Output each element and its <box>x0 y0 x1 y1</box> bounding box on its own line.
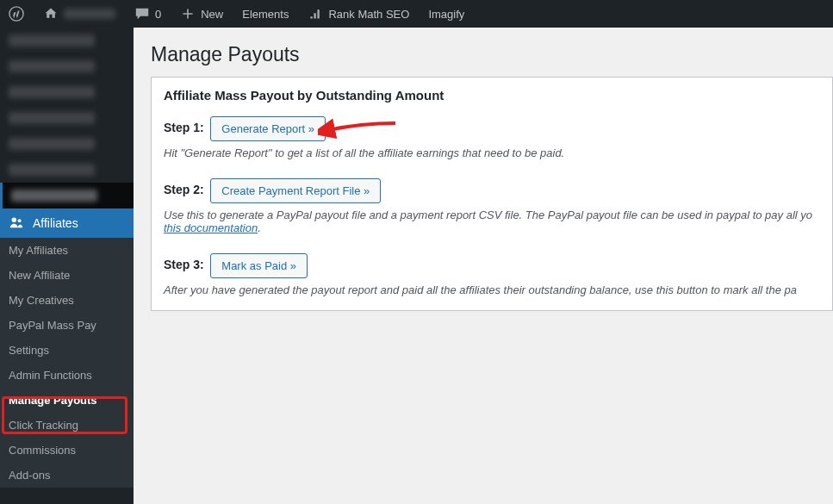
step1-hint: Hit "Generate Report" to get a list of a… <box>164 146 820 159</box>
sidebar-item-blurred[interactable] <box>0 183 134 208</box>
home-icon <box>43 6 59 22</box>
svg-point-2 <box>18 219 22 222</box>
panel-title: Affiliate Mass Payout by Outstanding Amo… <box>164 88 820 103</box>
sidebar-item-blurred[interactable] <box>0 105 134 131</box>
topbar-new[interactable]: New <box>177 0 227 28</box>
step3-label: Step 3: <box>164 258 204 271</box>
plus-icon <box>180 6 196 22</box>
admin-sidebar: Affiliates My AffiliatesNew AffiliateMy … <box>0 28 134 504</box>
sidebar-submenu: My AffiliatesNew AffiliateMy CreativesPa… <box>0 238 134 488</box>
sidebar-subitem-my-creatives[interactable]: My Creatives <box>0 288 134 313</box>
topbar-site[interactable] <box>40 0 119 28</box>
wordpress-icon <box>9 6 24 22</box>
sidebar-item-blurred[interactable] <box>0 131 134 157</box>
topbar-new-label: New <box>201 8 223 21</box>
sidebar-parent-label: Affiliates <box>33 216 78 230</box>
step2-hint: Use this to generate a PayPal payout fil… <box>164 208 820 234</box>
step3-hint: After you have generated the payout repo… <box>164 283 820 296</box>
generate-report-button[interactable]: Generate Report » <box>210 116 326 141</box>
sidebar-subitem-commissions[interactable]: Commissions <box>0 438 134 463</box>
sidebar-subitem-add-ons[interactable]: Add-ons <box>0 463 134 488</box>
sidebar-item-blurred[interactable] <box>0 53 134 79</box>
sidebar-subitem-new-affiliate[interactable]: New Affiliate <box>0 263 134 288</box>
sidebar-subitem-paypal-mass-pay[interactable]: PayPal Mass Pay <box>0 313 134 338</box>
step2-hint-suffix: . <box>258 221 261 234</box>
svg-point-1 <box>12 217 16 221</box>
comment-icon <box>134 6 150 22</box>
sidebar-item-blurred[interactable] <box>0 28 134 53</box>
sidebar-item-blurred[interactable] <box>0 79 134 105</box>
sidebar-subitem-click-tracking[interactable]: Click Tracking <box>0 413 134 438</box>
topbar-elements-label: Elements <box>242 8 289 21</box>
sidebar-subitem-manage-payouts[interactable]: Manage Payouts <box>0 388 134 413</box>
admin-topbar: 0 New Elements Rank Math SEO Imagify <box>0 0 833 28</box>
step2-hint-text: Use this to generate a PayPal payout fil… <box>164 208 812 221</box>
topbar-comments[interactable]: 0 <box>131 0 165 28</box>
sidebar-subitem-admin-functions[interactable]: Admin Functions <box>0 363 134 388</box>
users-icon <box>9 215 24 233</box>
mark-as-paid-button[interactable]: Mark as Paid » <box>210 253 308 278</box>
sidebar-subitem-my-affiliates[interactable]: My Affiliates <box>0 238 134 263</box>
page-title: Manage Payouts <box>151 36 833 77</box>
topbar-site-name-blurred <box>64 9 115 19</box>
create-payment-report-button[interactable]: Create Payment Report File » <box>210 178 381 203</box>
topbar-elements[interactable]: Elements <box>239 0 292 28</box>
payout-panel: Affiliate Mass Payout by Outstanding Amo… <box>151 77 833 311</box>
step2-label: Step 2: <box>164 183 204 196</box>
topbar-imagify-label: Imagify <box>428 8 464 21</box>
svg-point-0 <box>9 7 23 21</box>
doc-link[interactable]: this documentation <box>164 221 258 234</box>
content-area: Manage Payouts Affiliate Mass Payout by … <box>134 28 833 504</box>
sidebar-item-affiliates[interactable]: Affiliates <box>0 208 134 238</box>
sidebar-item-blurred[interactable] <box>0 157 134 183</box>
step1-label: Step 1: <box>164 121 204 134</box>
topbar-rankmath-label: Rank Math SEO <box>328 8 409 21</box>
sidebar-subitem-settings[interactable]: Settings <box>0 338 134 363</box>
topbar-wp-logo[interactable] <box>5 0 28 28</box>
topbar-imagify[interactable]: Imagify <box>425 0 468 28</box>
comments-count: 0 <box>155 8 161 21</box>
topbar-rankmath[interactable]: Rank Math SEO <box>304 0 413 28</box>
chart-icon <box>308 6 323 22</box>
